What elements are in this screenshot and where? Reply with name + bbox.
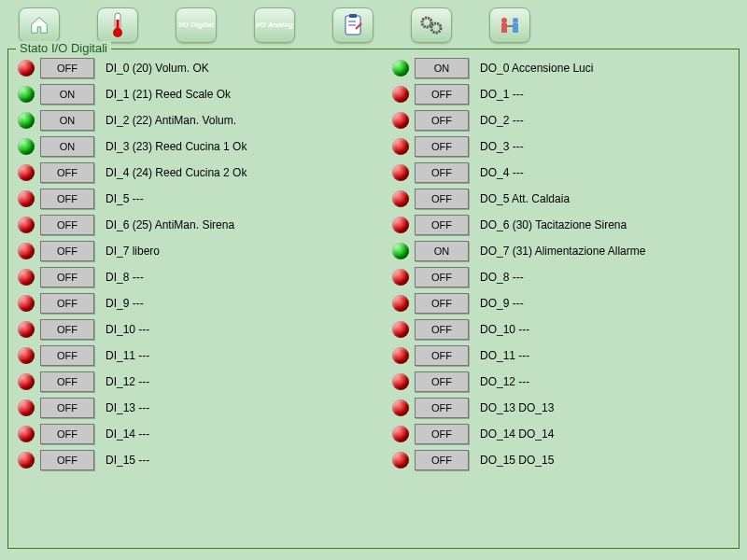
di-state-button-4[interactable]: OFF [40,162,94,183]
do-label-0: DO_0 Accensione Luci [480,62,593,75]
di-state-button-11[interactable]: OFF [40,345,94,366]
di-label-7: DI_7 libero [106,245,160,258]
settings-button[interactable] [411,7,452,43]
do-row-2: OFFDO_2 --- [392,107,729,133]
di-label-13: DI_13 --- [106,401,149,414]
toolbar: I/O Digital I/O Analog [0,0,747,49]
home-button[interactable] [19,7,60,43]
di-row-5: OFFDI_5 --- [18,186,355,212]
do-led-14 [392,426,409,442]
di-state-button-2[interactable]: ON [40,110,94,131]
di-label-15: DI_15 --- [106,454,149,467]
do-row-0: ONDO_0 Accensione Luci [392,55,729,81]
people-button[interactable] [489,7,530,43]
do-state-button-6[interactable]: OFF [415,215,469,235]
di-label-9: DI_9 --- [106,297,144,310]
di-state-button-6[interactable]: OFF [40,215,94,235]
di-state-button-10[interactable]: OFF [40,319,94,340]
di-row-13: OFFDI_13 --- [18,395,355,421]
do-led-12 [392,373,409,390]
clipboard-icon [344,14,362,36]
do-state-button-8[interactable]: OFF [415,267,469,287]
do-state-button-9[interactable]: OFF [415,293,469,314]
io-digital-button[interactable]: I/O Digital [176,7,217,43]
di-label-5: DI_5 --- [106,192,144,205]
do-label-15: DO_15 DO_15 [480,454,554,467]
do-led-1 [392,86,409,103]
di-led-15 [18,452,35,469]
do-state-button-1[interactable]: OFF [415,84,469,105]
di-led-13 [18,399,35,416]
temperature-button[interactable] [97,7,138,43]
do-state-button-0[interactable]: ON [415,58,469,78]
do-state-button-2[interactable]: OFF [415,110,469,131]
do-label-11: DO_11 --- [480,349,529,362]
do-state-button-12[interactable]: OFF [415,371,469,392]
do-state-button-14[interactable]: OFF [415,424,469,444]
di-label-14: DI_14 --- [106,427,149,441]
di-state-button-8[interactable]: OFF [40,267,94,287]
di-label-11: DI_11 --- [106,349,149,362]
di-row-9: OFFDI_9 --- [18,290,355,316]
di-led-7 [18,243,35,259]
do-label-10: DO_10 --- [480,323,529,336]
di-state-button-13[interactable]: OFF [40,398,94,418]
do-state-button-3[interactable]: OFF [415,136,469,157]
io-analog-button[interactable]: I/O Analog [254,7,295,43]
di-state-button-7[interactable]: OFF [40,241,94,261]
do-state-button-4[interactable]: OFF [415,162,469,183]
do-state-button-7[interactable]: ON [415,241,469,261]
di-row-2: ONDI_2 (22) AntiMan. Volum. [18,107,355,133]
svg-rect-8 [501,23,507,33]
di-state-button-14[interactable]: OFF [40,424,94,444]
do-label-1: DO_1 --- [480,88,524,101]
do-column: ONDO_0 Accensione LuciOFFDO_1 ---OFFDO_2… [392,55,729,473]
di-state-button-0[interactable]: OFF [40,58,94,78]
do-row-6: OFFDO_6 (30) Tacitazione Sirena [392,212,729,238]
do-row-11: OFFDO_11 --- [392,343,729,369]
di-label-10: DI_10 --- [106,323,149,336]
di-state-button-12[interactable]: OFF [40,371,94,392]
di-label-3: DI_3 (23) Reed Cucina 1 Ok [106,140,247,153]
di-state-button-1[interactable]: ON [40,84,94,105]
io-digital-panel: Stato I/O Digitali OFFDI_0 (20) Volum. O… [7,49,740,549]
svg-rect-10 [513,23,518,33]
clipboard-button[interactable] [332,7,374,43]
di-label-6: DI_6 (25) AntiMan. Sirena [106,218,234,231]
do-label-3: DO_3 --- [480,140,524,153]
di-label-8: DI_8 --- [106,271,144,284]
gears-icon [419,15,444,35]
di-label-12: DI_12 --- [106,375,149,388]
panel-title: Stato I/O Digitali [16,41,111,55]
di-row-12: OFFDI_12 --- [18,369,355,395]
di-state-button-5[interactable]: OFF [40,189,94,209]
do-led-10 [392,321,409,338]
svg-point-7 [501,18,507,23]
do-led-8 [392,269,409,286]
di-row-3: ONDI_3 (23) Reed Cucina 1 Ok [18,133,355,160]
di-row-7: OFFDI_7 libero [18,238,355,264]
di-state-button-9[interactable]: OFF [40,293,94,314]
do-state-button-13[interactable]: OFF [415,398,469,418]
di-state-button-15[interactable]: OFF [40,450,94,470]
di-led-3 [18,138,35,155]
do-label-12: DO_12 --- [480,375,529,388]
do-state-button-11[interactable]: OFF [415,345,469,366]
do-label-5: DO_5 Att. Caldaia [480,192,570,205]
di-led-11 [18,347,35,364]
do-row-15: OFFDO_15 DO_15 [392,447,729,473]
di-row-8: OFFDI_8 --- [18,264,355,290]
di-label-4: DI_4 (24) Reed Cucina 2 Ok [106,166,247,179]
do-row-12: OFFDO_12 --- [392,369,729,395]
di-row-0: OFFDI_0 (20) Volum. OK [18,55,355,81]
do-state-button-5[interactable]: OFF [415,189,469,209]
di-row-6: OFFDI_6 (25) AntiMan. Sirena [18,212,355,238]
di-state-button-3[interactable]: ON [40,136,94,157]
do-state-button-15[interactable]: OFF [415,450,469,470]
do-label-2: DO_2 --- [480,114,524,127]
svg-rect-2 [117,20,120,33]
do-led-2 [392,112,409,129]
do-label-14: DO_14 DO_14 [480,427,554,441]
do-state-button-10[interactable]: OFF [415,319,469,340]
do-row-1: OFFDO_1 --- [392,81,729,107]
